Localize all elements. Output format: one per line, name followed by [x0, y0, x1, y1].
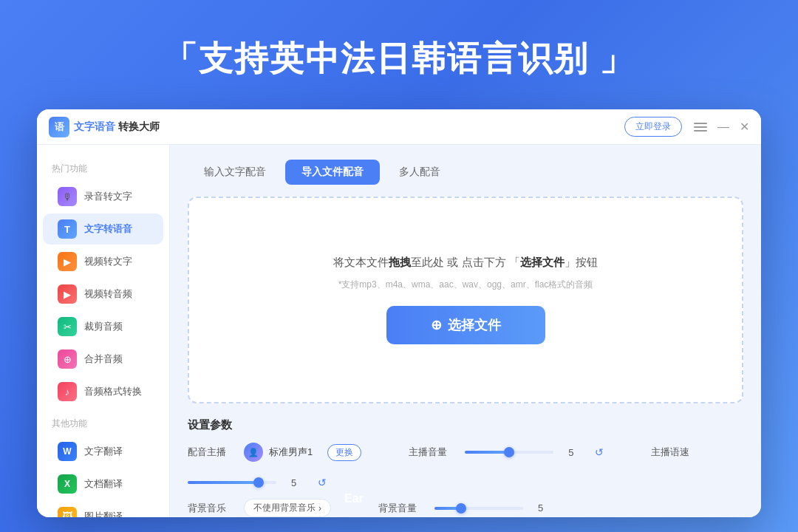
window-controls: — ✕ [694, 121, 749, 133]
music-volume-slider-thumb[interactable] [456, 503, 466, 514]
volume-value: 5 [568, 447, 580, 458]
record-to-text-icon: 🎙 [58, 187, 77, 206]
merge-audio-icon: ⊕ [58, 349, 77, 369]
sidebar-item-video-to-audio[interactable]: ▶ 视频转音频 [43, 279, 163, 310]
img-translate-label: 图片翻译 [84, 510, 123, 517]
video-to-audio-label: 视频转音频 [84, 287, 132, 301]
video-to-text-label: 视频转文字 [84, 255, 132, 268]
music-volume-value: 5 [538, 502, 550, 514]
merge-audio-label: 合并音频 [84, 352, 123, 366]
audio-convert-label: 音频格式转换 [84, 385, 142, 398]
sidebar-item-img-translate[interactable]: 🖼 图片翻译 [43, 501, 163, 517]
music-select[interactable]: 不使用背景音乐 › [244, 499, 331, 517]
voice-avatar: 👤 [244, 443, 263, 462]
settings-title: 设置参数 [188, 418, 743, 432]
text-translate-label: 文字翻译 [84, 445, 123, 458]
logo-text: 文字语音 转换大师 [74, 120, 160, 134]
music-select-text: 不使用背景音乐 [253, 502, 316, 514]
tab-input-text[interactable]: 输入文字配音 [188, 160, 282, 185]
sidebar-item-text-translate[interactable]: W 文字翻译 [43, 436, 163, 467]
speed-reset-icon[interactable]: ↺ [318, 477, 327, 488]
drop-zone-main-text: 将文本文件拖拽至此处 或 点击下方 「选择文件」按钮 [333, 256, 598, 270]
text-to-voice-label: 文字转语音 [84, 222, 132, 236]
app-window: 语 文字语音 转换大师 立即登录 — ✕ 热门功能 🎙 录音转文字 [37, 109, 761, 517]
record-to-text-label: 录音转文字 [84, 190, 132, 203]
app-logo-icon: 语 [49, 117, 69, 137]
settings-row-voice: 配音主播 👤 标准男声1 更换 主播音量 5 [188, 443, 743, 488]
speed-slider-thumb[interactable] [253, 477, 264, 488]
title-bar: 语 文字语音 转换大师 立即登录 — ✕ [37, 109, 761, 145]
doc-translate-label: 文档翻译 [84, 477, 123, 491]
img-translate-icon: 🖼 [58, 507, 77, 517]
doc-translate-icon: X [58, 474, 77, 494]
drop-zone[interactable]: 将文本文件拖拽至此处 或 点击下方 「选择文件」按钮 *支持mp3、m4a、wm… [188, 197, 743, 403]
login-button[interactable]: 立即登录 [624, 117, 682, 137]
select-file-button[interactable]: ⊕ 选择文件 [386, 306, 545, 344]
app-body: 热门功能 🎙 录音转文字 T 文字转语音 ▶ 视频转文字 ▶ 视频转音频 ✂ 裁… [37, 145, 761, 517]
music-label: 背景音乐 [188, 502, 229, 515]
select-file-label: 选择文件 [448, 316, 501, 334]
speed-slider-group [188, 481, 276, 484]
sidebar-item-doc-translate[interactable]: X 文档翻译 [43, 468, 163, 499]
logo-text-blue: 文字语音 [74, 120, 115, 132]
hot-section-label: 热门功能 [37, 163, 169, 175]
speed-slider-fill [188, 481, 259, 484]
logo-text-plain: 转换大师 [118, 120, 160, 132]
sidebar-item-merge-audio[interactable]: ⊕ 合并音频 [43, 344, 163, 375]
volume-slider-group [465, 451, 553, 454]
main-content: 输入文字配音 导入文件配音 多人配音 将文本文件拖拽至此处 或 点击下方 「选择… [170, 145, 761, 517]
sidebar-item-audio-convert[interactable]: ♪ 音频格式转换 [43, 376, 163, 407]
other-section-label: 其他功能 [37, 417, 169, 430]
music-volume-slider-group [434, 507, 523, 510]
ear-label: Ear [344, 492, 364, 505]
tab-multi-voice[interactable]: 多人配音 [383, 160, 457, 185]
settings-section: 设置参数 配音主播 👤 标准男声1 更换 主播音量 [188, 418, 743, 517]
top-banner: 「支持英中法日韩语言识别 」 [0, 0, 798, 118]
volume-slider-track[interactable] [465, 451, 553, 454]
chevron-right-icon: › [318, 503, 321, 514]
close-button[interactable]: ✕ [740, 121, 749, 133]
sidebar: 热门功能 🎙 录音转文字 T 文字转语音 ▶ 视频转文字 ▶ 视频转音频 ✂ 裁… [37, 145, 170, 517]
volume-label: 主播音量 [409, 446, 450, 459]
text-translate-icon: W [58, 442, 77, 461]
music-volume-slider-track[interactable] [434, 507, 523, 510]
volume-reset-icon[interactable]: ↺ [595, 446, 604, 458]
audio-convert-icon: ♪ [58, 382, 77, 401]
video-to-audio-icon: ▶ [58, 284, 77, 304]
voice-tag: 👤 标准男声1 [244, 443, 313, 462]
title-bar-actions: 立即登录 — ✕ [624, 117, 749, 137]
speed-slider-track[interactable] [188, 481, 276, 484]
plus-circle-icon: ⊕ [431, 317, 442, 333]
sidebar-item-video-to-text[interactable]: ▶ 视频转文字 [43, 246, 163, 277]
drop-zone-sub-text: *支持mp3、m4a、wma、aac、wav、ogg、amr、flac格式的音频 [338, 279, 593, 291]
volume-slider-fill [465, 451, 509, 454]
voice-label: 配音主播 [188, 446, 229, 459]
logo-area: 语 文字语音 转换大师 [49, 117, 624, 137]
speed-label: 主播语速 [651, 446, 692, 459]
sidebar-item-cut-audio[interactable]: ✂ 裁剪音频 [43, 311, 163, 342]
minimize-button[interactable]: — [717, 121, 729, 133]
music-volume-label: 背景音量 [378, 502, 420, 515]
banner-title: 「支持英中法日韩语言识别 」 [163, 36, 635, 82]
text-to-voice-icon: T [58, 219, 77, 239]
change-voice-button[interactable]: 更换 [327, 444, 361, 461]
cut-audio-label: 裁剪音频 [84, 320, 123, 333]
tab-import-file[interactable]: 导入文件配音 [285, 160, 380, 185]
cut-audio-icon: ✂ [58, 317, 77, 336]
sidebar-item-record-to-text[interactable]: 🎙 录音转文字 [43, 181, 163, 212]
volume-slider-thumb[interactable] [504, 447, 514, 457]
tab-bar: 输入文字配音 导入文件配音 多人配音 [188, 160, 743, 185]
speed-value: 5 [291, 477, 303, 488]
sidebar-item-text-to-voice[interactable]: T 文字转语音 [43, 214, 163, 245]
settings-row-music: 背景音乐 不使用背景音乐 › 背景音量 5 [188, 499, 743, 517]
voice-name: 标准男声1 [269, 446, 313, 459]
menu-icon[interactable] [694, 123, 707, 132]
video-to-text-icon: ▶ [58, 252, 77, 271]
